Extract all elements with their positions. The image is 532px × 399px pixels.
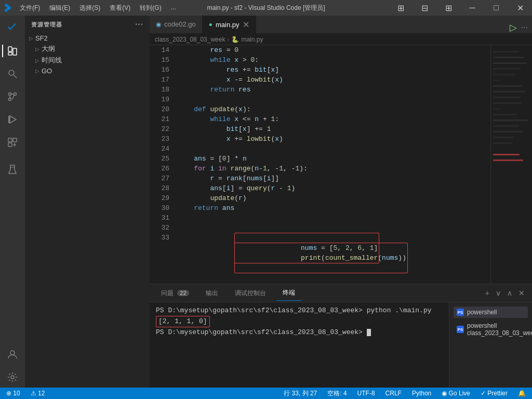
minimap-content [491, 45, 532, 167]
sidebar-item-outline-label: 大纲 [42, 44, 55, 54]
arrow-icon: ▷ [35, 68, 39, 74]
activity-account[interactable] [2, 344, 23, 365]
status-golive[interactable]: ◉ Go Live [440, 390, 472, 397]
svg-point-6 [14, 93, 17, 96]
panel-more-btn[interactable]: ∨ [494, 288, 503, 298]
code-line-20: def update(x): [178, 104, 490, 114]
right-panel-item-ps2[interactable]: PS powershell class_2023_08_03_week [454, 320, 528, 339]
status-spaces[interactable]: 空格: 4 [325, 389, 349, 398]
code-line-27: r = rank[nums[i]] [178, 174, 490, 183]
run-button[interactable]: ▷ [510, 22, 517, 33]
more-actions-button[interactable]: ··· [521, 23, 528, 32]
code-line-31 [178, 213, 490, 223]
terminal-line-3: PS D:\mysetup\gopath\src\sf2\class_2023_… [156, 327, 443, 338]
menu-file[interactable]: 文件(F) [16, 3, 44, 14]
menu-edit[interactable]: 编辑(E) [45, 3, 74, 14]
window-title: main.py - sf2 - Visual Studio Code [管理员] [207, 4, 325, 12]
activity-explorer[interactable] [2, 41, 23, 61]
tab-mainpy[interactable]: ● main.py ✕ [203, 16, 256, 33]
tab-label-code02: code02.go [164, 20, 196, 28]
statusbar-left: ⊗ 10 ⚠ 12 [4, 390, 47, 397]
menu-view[interactable]: 查看(V) [105, 3, 135, 14]
panel-close-btn[interactable]: ✕ [516, 288, 527, 298]
status-bell[interactable]: 🔔 [516, 390, 528, 397]
breadcrumb: class_2023_08_03_week › 🐍 main.py [150, 34, 532, 45]
activity-settings[interactable] [2, 367, 23, 388]
tab-code02[interactable]: ◉ code02.go [150, 16, 203, 33]
sidebar-item-timeline-label: 时间线 [42, 56, 62, 65]
status-encoding[interactable]: UTF-8 [355, 390, 377, 397]
code-content: res = 0 while x > 0: res += bit[x] x -= … [176, 45, 490, 243]
svg-point-15 [11, 376, 14, 379]
code-editor[interactable]: 14 15 16 17 18 19 20 21 22 23 24 25 26 2… [150, 45, 490, 284]
powershell-icon: PS [457, 309, 464, 316]
panel-add-btn[interactable]: + [483, 288, 491, 298]
layout-btn[interactable]: ⊞ [389, 0, 413, 16]
sidebar-item-timeline[interactable]: ▷ 时间线 [25, 55, 150, 66]
window-controls: ⊞ ⊟ ⊞ ─ □ ✕ [389, 0, 532, 16]
right-panel: PS powershell PS powershell class_2023_0… [449, 302, 532, 388]
right-panel-item-ps1-label: powershell [467, 309, 497, 316]
svg-point-5 [9, 93, 11, 96]
code-line-25: ans = [0] * n [178, 154, 490, 164]
code-line-19 [178, 95, 490, 104]
activity-test[interactable] [2, 159, 23, 180]
vscode-icon [4, 4, 12, 12]
terminal-line-2: [2, 1, 1, 0] [156, 316, 443, 327]
panel-tab-problems[interactable]: 问题 22 [155, 286, 195, 301]
activity-vscode-icon[interactable] [2, 18, 23, 38]
panel-tab-problems-label: 问题 [161, 289, 174, 297]
svg-rect-11 [13, 138, 17, 142]
status-errors[interactable]: ⊗ 10 [4, 390, 22, 397]
svg-point-14 [10, 351, 15, 355]
panel-tab-debug[interactable]: 调试控制台 [229, 286, 272, 301]
close-btn[interactable]: ✕ [508, 0, 532, 16]
panel-content: PS D:\mysetup\gopath\src\sf2\class_2023_… [150, 302, 449, 388]
breadcrumb-path2[interactable]: main.py [241, 36, 263, 43]
panel-minimize-btn[interactable]: ∧ [505, 288, 514, 298]
panel-tab-debug-label: 调试控制台 [235, 289, 266, 297]
powershell-icon-2: PS [457, 326, 464, 333]
status-warnings[interactable]: ⚠ 12 [29, 390, 47, 397]
sidebar-more[interactable]: ··· [135, 20, 143, 29]
terminal-prompt: PS D:\mysetup\gopath\src\sf2\class_2023_… [156, 307, 432, 314]
svg-line-4 [14, 75, 17, 78]
sidebar-title: 资源管理器 [31, 21, 62, 29]
tab-close-mainpy[interactable]: ✕ [243, 20, 249, 30]
status-prettier[interactable]: ✓ Prettier [478, 390, 510, 397]
panel-area: 问题 22 输出 调试控制台 终端 + ∨ ∧ ✕ [150, 284, 532, 388]
status-eol[interactable]: CRLF [383, 390, 404, 397]
breadcrumb-path1[interactable]: class_2023_08_03_week [155, 36, 225, 43]
status-line-col[interactable]: 行 33, 列 27 [282, 389, 319, 398]
panel-tab-terminal[interactable]: 终端 [276, 285, 301, 301]
minimize-btn[interactable]: ─ [460, 0, 484, 16]
grid-btn[interactable]: ⊞ [436, 0, 460, 16]
svg-rect-10 [8, 138, 12, 142]
panel-tab-output[interactable]: 输出 [200, 286, 224, 301]
sidebar-item-sf2[interactable]: ▷ SF2 [25, 33, 150, 43]
activity-run[interactable] [2, 109, 23, 130]
status-language[interactable]: Python [410, 390, 433, 397]
activity-source-control[interactable] [2, 86, 23, 107]
status-errors-label: ⊗ 10 [6, 390, 20, 397]
menu-more[interactable]: ... [167, 3, 180, 14]
activity-extensions[interactable] [2, 132, 23, 153]
code-line-23: x += lowbit(x) [178, 134, 490, 144]
maximize-btn[interactable]: □ [484, 0, 508, 16]
right-panel-item-ps1[interactable]: PS powershell [454, 307, 528, 318]
sidebar-item-go[interactable]: ▷ GO [25, 66, 150, 76]
split-btn[interactable]: ⊟ [413, 0, 436, 16]
svg-point-3 [9, 70, 14, 75]
sidebar-item-outline[interactable]: ▷ 大纲 [25, 43, 150, 55]
sidebar-item-sf2-label: SF2 [35, 34, 48, 42]
menu-bar: 文件(F) 编辑(E) 选择(S) 查看(V) 转到(G) ... [16, 3, 180, 14]
tab-label-mainpy: main.py [216, 21, 240, 29]
code-line-24 [178, 144, 490, 154]
status-golive-label: ◉ Go Live [442, 390, 470, 397]
status-encoding-label: UTF-8 [357, 390, 375, 397]
sidebar: 资源管理器 ··· ▷ SF2 ▷ 大纲 ▷ 时间线 ▷ GO [25, 16, 150, 388]
sidebar-tree: ▷ SF2 ▷ 大纲 ▷ 时间线 ▷ GO [25, 33, 150, 388]
menu-goto[interactable]: 转到(G) [136, 3, 165, 14]
activity-search[interactable] [2, 63, 23, 84]
menu-select[interactable]: 选择(S) [75, 3, 104, 14]
